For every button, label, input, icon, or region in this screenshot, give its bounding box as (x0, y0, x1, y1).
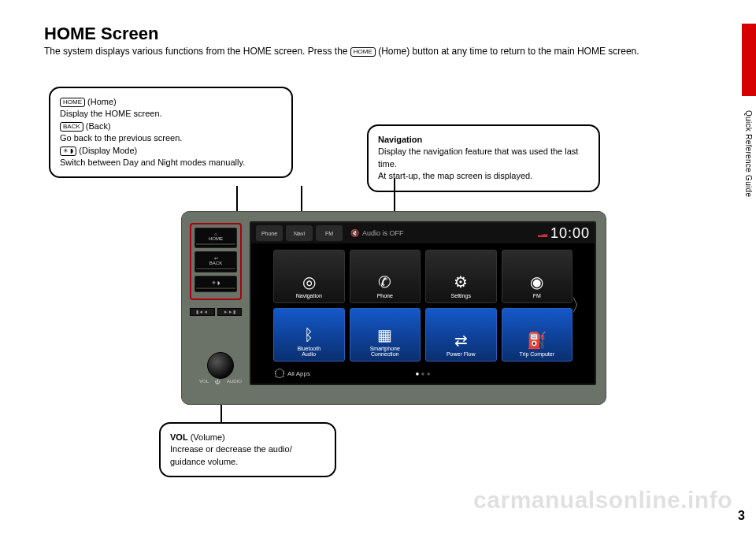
tile-label: Navigation (296, 293, 322, 299)
head-unit: ⌂ HOME ↩ BACK ✳ ◗ ▮◄◄ ►►▮ VOL ⏻ AUDIO (181, 211, 606, 405)
display-mode-icon: ✳ ◗ (60, 146, 76, 156)
display-mode-desc: Switch between Day and Night modes manua… (60, 157, 282, 169)
page-number: 3 (738, 509, 745, 523)
tile-label: Trip Computer (520, 351, 554, 357)
bluetooth-icon: ᛒ (304, 327, 313, 343)
home-desc: Display the HOME screen. (60, 108, 282, 120)
callout-navigation: Navigation Display the navigation featur… (367, 124, 600, 192)
back-label: (Back) (86, 121, 111, 131)
page-indicator: ● ● ● (416, 370, 431, 377)
tile-smartphone-connection[interactable]: ▦ Smartphone Connection (350, 308, 421, 362)
all-apps-label: All Apps (287, 370, 310, 377)
display-mode-label: (Display Mode) (79, 146, 137, 155)
fm-icon: ◉ (530, 274, 543, 290)
clock: 10:00 (550, 225, 590, 242)
tile-label: Bluetooth Audio (297, 346, 321, 357)
home-icon: HOME (60, 98, 85, 107)
callout-hw-buttons: HOME (Home) Display the HOME screen. BAC… (49, 87, 293, 178)
touchscreen-display: Phone Navi FM 🔇 Audio is OFF ▂▃ 10:00 ◎ … (250, 221, 596, 385)
tile-settings[interactable]: ⚙ Settings (425, 250, 497, 303)
tile-label: Phone (377, 293, 393, 299)
nav-line1: Display the navigation feature that was … (378, 146, 589, 170)
hw-home-button[interactable]: ⌂ HOME (195, 228, 237, 248)
vol-title: VOL (170, 432, 188, 442)
fuel-icon: ⛽ (527, 332, 547, 348)
top-tab-fm[interactable]: FM (316, 225, 343, 241)
side-label: Quick Reference Guide (744, 110, 753, 197)
settings-icon: ⚙ (454, 274, 468, 290)
tile-phone[interactable]: ✆ Phone (350, 250, 421, 303)
home-label: (Home) (87, 97, 117, 106)
top-tab-phone[interactable]: Phone (256, 225, 283, 241)
display-bottom-bar: ⋮⋮ All Apps ● ● ● (251, 365, 595, 382)
hw-back-button[interactable]: ↩ BACK (195, 251, 237, 273)
vol-desc: Increase or decrease the audio/ guidance… (170, 443, 325, 468)
tile-label: Settings (451, 293, 471, 299)
hw-next-track-button[interactable]: ►►▮ (217, 308, 243, 316)
navigation-icon: ◎ (302, 274, 316, 290)
top-tab-navi[interactable]: Navi (286, 225, 313, 241)
page-title: HOME Screen (44, 24, 159, 44)
nav-line2: At start-up, the map screen is displayed… (378, 170, 589, 182)
subtitle-pre: The system displays various functions fr… (44, 46, 350, 57)
vol-knob-label: VOL (199, 379, 209, 384)
hw-prev-track-button[interactable]: ▮◄◄ (190, 308, 215, 316)
home-icon-inline: HOME (350, 47, 376, 57)
tile-fm[interactable]: ◉ FM (502, 250, 573, 303)
tile-label: Smartphone Connection (370, 346, 400, 357)
home-tile-grid: ◎ Navigation ✆ Phone ⚙ Settings ◉ FM ᛒ B… (251, 243, 595, 365)
page-right-arrow-icon[interactable]: 〉 (571, 294, 588, 317)
back-desc: Go back to the previous screen. (60, 132, 282, 144)
hw-disp-label: ✳ ◗ (212, 280, 220, 285)
audio-status: 🔇 Audio is OFF (346, 229, 535, 237)
signal-icon: ▂▃ (538, 230, 547, 237)
all-apps-button[interactable]: ⋮⋮ All Apps (275, 369, 310, 378)
back-icon: BACK (60, 122, 83, 132)
tile-navigation[interactable]: ◎ Navigation (273, 250, 345, 303)
hw-track-buttons: ▮◄◄ ►►▮ (190, 308, 242, 316)
hw-home-label: HOME (209, 236, 223, 241)
hw-display-mode-button[interactable]: ✳ ◗ (195, 276, 237, 292)
page-subtitle: The system displays various functions fr… (44, 46, 639, 57)
side-tab (742, 24, 756, 96)
subtitle-post: (Home) button at any time to return to t… (378, 46, 639, 57)
tile-trip-computer[interactable]: ⛽ Trip Computer (502, 308, 573, 362)
tile-power-flow[interactable]: ⇄ Power Flow (425, 308, 497, 362)
tile-label: Power Flow (447, 351, 476, 357)
display-top-bar: Phone Navi FM 🔇 Audio is OFF ▂▃ 10:00 (251, 223, 595, 243)
speaker-mute-icon: 🔇 (350, 229, 359, 237)
watermark: carmanualsonline.info (473, 487, 732, 514)
nav-title: Navigation (378, 134, 589, 146)
all-apps-icon: ⋮⋮ (275, 369, 284, 378)
hw-button-column: ⌂ HOME ↩ BACK ✳ ◗ ▮◄◄ ►►▮ (190, 223, 242, 316)
callout-volume: VOL (Volume) Increase or decrease the au… (159, 422, 336, 477)
audio-status-text: Audio is OFF (362, 229, 404, 237)
volume-knob[interactable] (207, 352, 234, 379)
vol-sub: (Volume) (191, 432, 225, 442)
hw-back-label: BACK (209, 261, 222, 265)
audio-knob-label: AUDIO (227, 379, 242, 384)
tile-label: FM (533, 293, 541, 299)
hw-button-group: ⌂ HOME ↩ BACK ✳ ◗ (190, 223, 242, 300)
power-flow-icon: ⇄ (454, 332, 468, 348)
phone-icon: ✆ (378, 274, 391, 290)
hw-volume: VOL ⏻ AUDIO (198, 352, 243, 398)
tile-bluetooth-audio[interactable]: ᛒ Bluetooth Audio (273, 308, 345, 362)
smartphone-icon: ▦ (377, 327, 392, 343)
